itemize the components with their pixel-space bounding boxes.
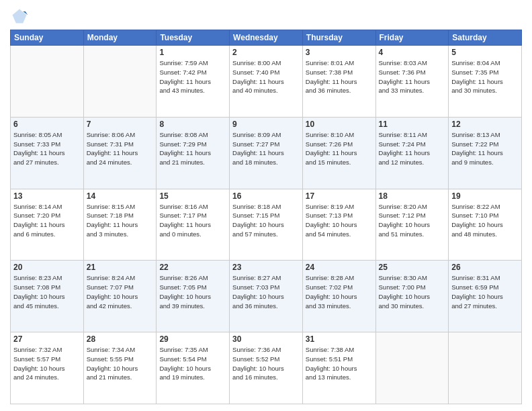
calendar-cell: 22Sunrise: 8:26 AM Sunset: 7:05 PM Dayli…: [157, 261, 230, 332]
cell-info: Sunrise: 8:18 AM Sunset: 7:15 PM Dayligh…: [232, 202, 300, 239]
cell-info: Sunrise: 8:16 AM Sunset: 7:17 PM Dayligh…: [159, 202, 226, 239]
day-number: 10: [306, 120, 373, 129]
cell-info: Sunrise: 8:28 AM Sunset: 7:02 PM Dayligh…: [306, 273, 373, 310]
day-number: 22: [159, 263, 226, 272]
calendar-cell: 1Sunrise: 7:59 AM Sunset: 7:42 PM Daylig…: [157, 46, 230, 118]
cell-info: Sunrise: 8:13 AM Sunset: 7:22 PM Dayligh…: [451, 130, 519, 167]
cell-info: Sunrise: 8:10 AM Sunset: 7:26 PM Dayligh…: [306, 130, 373, 167]
calendar-cell: 8Sunrise: 8:08 AM Sunset: 7:29 PM Daylig…: [157, 117, 230, 189]
cell-info: Sunrise: 8:19 AM Sunset: 7:13 PM Dayligh…: [306, 202, 373, 239]
cell-info: Sunrise: 8:27 AM Sunset: 7:03 PM Dayligh…: [232, 273, 300, 310]
day-number: 29: [159, 334, 226, 344]
calendar-cell: 7Sunrise: 8:06 AM Sunset: 7:31 PM Daylig…: [83, 117, 157, 189]
calendar-cell: 5Sunrise: 8:04 AM Sunset: 7:35 PM Daylig…: [449, 46, 522, 118]
calendar-cell: 31Sunrise: 7:38 AM Sunset: 5:51 PM Dayli…: [302, 332, 375, 404]
calendar-cell: 20Sunrise: 8:23 AM Sunset: 7:08 PM Dayli…: [11, 261, 84, 332]
calendar-cell: 24Sunrise: 8:28 AM Sunset: 7:02 PM Dayli…: [302, 261, 375, 332]
cell-info: Sunrise: 8:08 AM Sunset: 7:29 PM Dayligh…: [159, 130, 226, 167]
calendar-cell: 26Sunrise: 8:31 AM Sunset: 6:59 PM Dayli…: [449, 261, 522, 332]
calendar-cell: 21Sunrise: 8:24 AM Sunset: 7:07 PM Dayli…: [83, 261, 157, 332]
day-number: 9: [232, 120, 300, 129]
calendar-table: SundayMondayTuesdayWednesdayThursdayFrid…: [10, 30, 522, 404]
day-number: 19: [451, 191, 519, 201]
day-number: 13: [13, 191, 81, 201]
cell-info: Sunrise: 8:04 AM Sunset: 7:35 PM Dayligh…: [451, 58, 519, 95]
day-number: 21: [87, 263, 154, 272]
day-number: 15: [159, 191, 226, 201]
day-number: 30: [232, 334, 300, 344]
day-number: 26: [451, 263, 519, 272]
calendar-cell: [375, 332, 449, 404]
calendar-cell: 15Sunrise: 8:16 AM Sunset: 7:17 PM Dayli…: [157, 189, 230, 261]
calendar-cell: 30Sunrise: 7:36 AM Sunset: 5:52 PM Dayli…: [230, 332, 303, 404]
calendar-cell: 28Sunrise: 7:34 AM Sunset: 5:55 PM Dayli…: [83, 332, 157, 404]
calendar-cell: 19Sunrise: 8:22 AM Sunset: 7:10 PM Dayli…: [449, 189, 522, 261]
calendar-cell: 29Sunrise: 7:35 AM Sunset: 5:54 PM Dayli…: [157, 332, 230, 404]
cell-info: Sunrise: 8:05 AM Sunset: 7:33 PM Dayligh…: [13, 130, 81, 167]
calendar-cell: [449, 332, 522, 404]
weekday-header-wednesday: Wednesday: [230, 30, 303, 46]
day-number: 3: [306, 48, 373, 57]
day-number: 8: [159, 120, 226, 129]
calendar-cell: [11, 46, 84, 118]
day-number: 17: [306, 191, 373, 201]
day-number: 12: [451, 120, 519, 129]
cell-info: Sunrise: 8:24 AM Sunset: 7:07 PM Dayligh…: [87, 273, 154, 310]
calendar-cell: 25Sunrise: 8:30 AM Sunset: 7:00 PM Dayli…: [375, 261, 449, 332]
day-number: 16: [232, 191, 300, 201]
week-row-2: 6Sunrise: 8:05 AM Sunset: 7:33 PM Daylig…: [11, 117, 522, 189]
cell-info: Sunrise: 8:31 AM Sunset: 6:59 PM Dayligh…: [451, 273, 519, 310]
cell-info: Sunrise: 7:32 AM Sunset: 5:57 PM Dayligh…: [13, 345, 81, 382]
cell-info: Sunrise: 7:38 AM Sunset: 5:51 PM Dayligh…: [306, 345, 373, 382]
cell-info: Sunrise: 8:00 AM Sunset: 7:40 PM Dayligh…: [232, 58, 300, 95]
day-number: 4: [379, 48, 446, 57]
logo-icon: [10, 7, 29, 26]
cell-info: Sunrise: 8:30 AM Sunset: 7:00 PM Dayligh…: [379, 273, 446, 310]
cell-info: Sunrise: 8:14 AM Sunset: 7:20 PM Dayligh…: [13, 202, 81, 239]
calendar-cell: 10Sunrise: 8:10 AM Sunset: 7:26 PM Dayli…: [302, 117, 375, 189]
day-number: 2: [232, 48, 300, 57]
weekday-header-monday: Monday: [83, 30, 157, 46]
calendar-cell: 12Sunrise: 8:13 AM Sunset: 7:22 PM Dayli…: [449, 117, 522, 189]
cell-info: Sunrise: 8:26 AM Sunset: 7:05 PM Dayligh…: [159, 273, 226, 310]
calendar-cell: 11Sunrise: 8:11 AM Sunset: 7:24 PM Dayli…: [375, 117, 449, 189]
week-row-1: 1Sunrise: 7:59 AM Sunset: 7:42 PM Daylig…: [11, 46, 522, 118]
calendar-cell: 4Sunrise: 8:03 AM Sunset: 7:36 PM Daylig…: [375, 46, 449, 118]
cell-info: Sunrise: 8:01 AM Sunset: 7:38 PM Dayligh…: [306, 58, 373, 95]
week-row-5: 27Sunrise: 7:32 AM Sunset: 5:57 PM Dayli…: [11, 332, 522, 404]
page: SundayMondayTuesdayWednesdayThursdayFrid…: [0, 0, 532, 411]
day-number: 18: [379, 191, 446, 201]
calendar-cell: 13Sunrise: 8:14 AM Sunset: 7:20 PM Dayli…: [11, 189, 84, 261]
day-number: 25: [379, 263, 446, 272]
calendar-cell: 6Sunrise: 8:05 AM Sunset: 7:33 PM Daylig…: [11, 117, 84, 189]
header: [10, 7, 522, 26]
cell-info: Sunrise: 8:09 AM Sunset: 7:27 PM Dayligh…: [232, 130, 300, 167]
cell-info: Sunrise: 8:20 AM Sunset: 7:12 PM Dayligh…: [379, 202, 446, 239]
day-number: 11: [379, 120, 446, 129]
cell-info: Sunrise: 7:36 AM Sunset: 5:52 PM Dayligh…: [232, 345, 300, 382]
day-number: 24: [306, 263, 373, 272]
day-number: 27: [13, 334, 81, 344]
logo: [10, 7, 32, 26]
cell-info: Sunrise: 8:15 AM Sunset: 7:18 PM Dayligh…: [87, 202, 154, 239]
weekday-header-friday: Friday: [375, 30, 449, 46]
cell-info: Sunrise: 7:34 AM Sunset: 5:55 PM Dayligh…: [87, 345, 154, 382]
calendar-cell: 16Sunrise: 8:18 AM Sunset: 7:15 PM Dayli…: [230, 189, 303, 261]
weekday-header-row: SundayMondayTuesdayWednesdayThursdayFrid…: [11, 30, 522, 46]
cell-info: Sunrise: 7:59 AM Sunset: 7:42 PM Dayligh…: [159, 58, 226, 95]
calendar-cell: 9Sunrise: 8:09 AM Sunset: 7:27 PM Daylig…: [230, 117, 303, 189]
calendar-cell: 3Sunrise: 8:01 AM Sunset: 7:38 PM Daylig…: [302, 46, 375, 118]
week-row-3: 13Sunrise: 8:14 AM Sunset: 7:20 PM Dayli…: [11, 189, 522, 261]
day-number: 28: [87, 334, 154, 344]
day-number: 31: [306, 334, 373, 344]
calendar-cell: 17Sunrise: 8:19 AM Sunset: 7:13 PM Dayli…: [302, 189, 375, 261]
day-number: 14: [87, 191, 154, 201]
calendar-cell: 23Sunrise: 8:27 AM Sunset: 7:03 PM Dayli…: [230, 261, 303, 332]
day-number: 1: [159, 48, 226, 57]
week-row-4: 20Sunrise: 8:23 AM Sunset: 7:08 PM Dayli…: [11, 261, 522, 332]
day-number: 6: [13, 120, 81, 129]
calendar-cell: 18Sunrise: 8:20 AM Sunset: 7:12 PM Dayli…: [375, 189, 449, 261]
cell-info: Sunrise: 7:35 AM Sunset: 5:54 PM Dayligh…: [159, 345, 226, 382]
calendar-cell: 14Sunrise: 8:15 AM Sunset: 7:18 PM Dayli…: [83, 189, 157, 261]
calendar-cell: 2Sunrise: 8:00 AM Sunset: 7:40 PM Daylig…: [230, 46, 303, 118]
